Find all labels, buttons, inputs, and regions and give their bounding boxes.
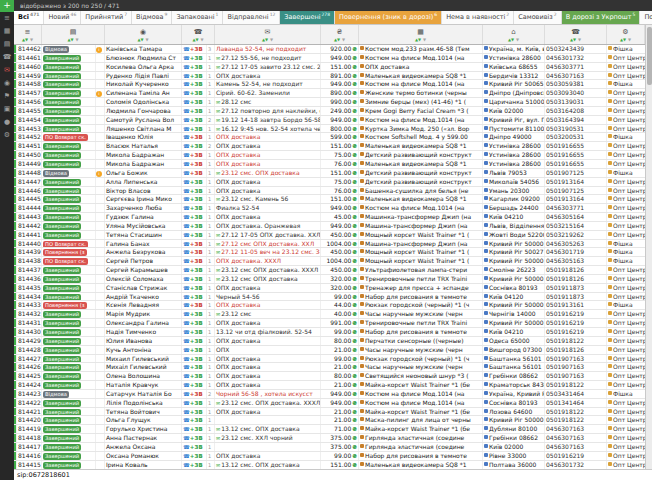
tab-refused[interactable]: Відмова9 — [132, 11, 172, 24]
order-id-link[interactable]: 814462 — [17, 45, 42, 53]
table-row[interactable]: 814420ЗавершенийОльга Глущук☎+ЗВ121.00₴М… — [14, 416, 645, 425]
sort-arrows-icon[interactable]: ▲▼ — [334, 37, 340, 42]
call-button[interactable]: ☎+ЗВ — [182, 284, 207, 292]
call-button[interactable]: ☎+ЗВ — [182, 125, 207, 133]
order-id-link[interactable]: 814433 — [17, 301, 42, 309]
call-button[interactable]: ☎+ЗВ — [182, 178, 207, 186]
order-id-link[interactable]: 814442 — [17, 222, 42, 230]
table-row[interactable]: 814423ВідмоваСатарчук Наталія Бо☎+ЗВ2Чор… — [14, 390, 645, 399]
table-row[interactable]: 814415ЗавершенийІрина Коваль☎+ЗВ1✉13.12 … — [14, 461, 645, 469]
call-button[interactable]: ☎+ЗВ — [182, 240, 207, 248]
order-id-link[interactable]: 814452 — [17, 133, 42, 141]
call-button[interactable]: ☎+ЗВ — [182, 248, 207, 256]
table-row[interactable]: 814443ЗавершенийГудзюк Галина☎+ЗВ1ОПХ до… — [14, 213, 645, 222]
call-button[interactable]: ☎+ЗВ — [182, 301, 207, 309]
order-id-link[interactable]: 814446 — [17, 187, 42, 195]
table-row[interactable]: 814457ЗавершенийiСиленана Таміла Ан☎+ЗВ1… — [14, 89, 645, 98]
order-id-link[interactable]: 814419 — [17, 425, 42, 433]
table-row[interactable]: 814427ЗавершенийМихаил Гилевський☎+ЗВ1ОП… — [14, 355, 645, 364]
order-id-link[interactable]: 814417 — [17, 443, 42, 451]
table-row[interactable]: 814445ЗавершенийСергєєва Ірина Мико☎+ЗВ1… — [14, 195, 645, 204]
order-id-link[interactable]: 814448 — [17, 169, 42, 177]
status-icon[interactable]: ● — [0, 116, 14, 129]
order-id-link[interactable]: 814443 — [17, 213, 42, 221]
table-row[interactable]: 814440ПО Возврат ск.Галина Банах☎+ЗВ1✉27… — [14, 240, 645, 249]
call-button[interactable]: ☎+ЗВ — [182, 363, 207, 371]
row-menu-column[interactable]: ≡▲▼▼ — [14, 25, 42, 44]
phone-column[interactable]: ☎▲▼▼ — [545, 25, 607, 44]
table-row[interactable]: 814453ЗавершенийЛяшенко Світлана М☎+ЗВ1✉… — [14, 125, 645, 134]
table-row[interactable]: 814436ЗавершенийОлексій Соломаха☎+ЗВ1✉23… — [14, 275, 645, 284]
order-id-link[interactable]: 814457 — [17, 89, 42, 97]
calls-icon[interactable]: ☎ — [0, 51, 14, 64]
table-row[interactable]: 814442ЗавершенийУляна Мусійовська☎+ЗВ1ОП… — [14, 222, 645, 231]
sort-arrows-icon[interactable]: ▲▼ — [67, 37, 73, 42]
call-button[interactable]: ☎+ЗВ — [182, 328, 207, 336]
order-id-link[interactable]: 814449 — [17, 160, 42, 168]
table-row[interactable]: 814448ВідмоваiОльга Божик☎+ЗВ1✉23.12 смс… — [14, 169, 645, 178]
table-row[interactable]: 814439Повернення (зАнжела Безрукова☎+ЗВ1… — [14, 248, 645, 257]
call-button[interactable]: ☎+ЗВ — [182, 89, 207, 97]
table-row[interactable]: 814446ЗавершенийВіктор Власов☎+ЗВ1ОПХ до… — [14, 187, 645, 196]
sort-arrows-icon[interactable]: ▲▼ — [620, 37, 626, 42]
call-button[interactable]: ☎+ЗВ — [182, 399, 207, 407]
sort-arrows-icon[interactable]: ▲▼ — [22, 37, 28, 42]
call-button[interactable]: ☎+ЗВ — [182, 443, 207, 451]
tab-accepted[interactable]: Прийнятий7 — [81, 11, 132, 24]
call-button[interactable]: ☎+ЗВ — [182, 213, 207, 221]
call-button[interactable]: ☎+ЗВ — [182, 72, 207, 80]
call-button[interactable]: ☎+ЗВ — [182, 160, 207, 168]
filter-funnel-icon[interactable]: ▼ — [30, 37, 33, 42]
order-id-link[interactable]: 814425 — [17, 372, 42, 380]
sort-arrows-icon[interactable]: ▲▼ — [508, 37, 514, 42]
table-row[interactable]: 814435ЗавершенийСтаніслав Стрижак☎+ЗВ1ОП… — [14, 284, 645, 293]
table-row[interactable]: 814431ЗавершенийОлександра Галина☎+ЗВ1ОП… — [14, 319, 645, 328]
payment-column[interactable]: ₴▲▼▼ — [321, 25, 359, 44]
table-row[interactable]: 814461ЗавершенийБлюзнюк Людмила Ст☎+ЗВ1✉… — [14, 54, 645, 63]
table-row[interactable]: 814424ЗавершенийНаталія Кравчук☎+ЗВ1ОПХ … — [14, 381, 645, 390]
filter-funnel-icon[interactable]: ▼ — [342, 37, 345, 42]
products-column[interactable]: ▦▲▼▼ — [359, 25, 483, 44]
order-id-link[interactable]: 814428 — [17, 346, 42, 354]
order-id-link[interactable]: 814426 — [17, 363, 42, 371]
table-row[interactable]: 814459ЗавершенийРуденко Лідія Павлі☎+ЗВ1… — [14, 72, 645, 81]
order-id-link[interactable]: 814460 — [17, 63, 42, 71]
call-button[interactable]: ☎+ЗВ — [182, 310, 207, 318]
order-id-link[interactable]: 814458 — [17, 80, 42, 88]
tab-ukrposhta[interactable]: В дорозі з Укрпошт5 — [562, 11, 641, 24]
tab-return-transit[interactable]: Повернення (зник в дорозі)6 — [335, 11, 442, 24]
order-id-link[interactable]: 814441 — [17, 231, 42, 239]
filter-funnel-icon[interactable]: ▼ — [516, 37, 519, 42]
tab-out-of-stock[interactable]: Нема в наявності2 — [442, 11, 514, 24]
table-row[interactable]: 814441ЗавершенийТетяна Стасишин☎+ЗВ1✉27.… — [14, 231, 645, 240]
tab-pickup[interactable]: Самовивіз2 — [514, 11, 561, 24]
order-id-link[interactable]: 814429 — [17, 337, 42, 345]
call-button[interactable]: ☎+ЗВ — [182, 319, 207, 327]
call-button[interactable]: ☎+ЗВ — [182, 195, 207, 203]
call-button[interactable]: ☎+ЗВ — [182, 293, 207, 301]
order-id-link[interactable]: 814437 — [17, 266, 42, 274]
sort-arrows-icon[interactable]: ▲▼ — [262, 37, 268, 42]
table-row[interactable]: 814456ЗавершенийСоломія Одолінська☎+ЗВ1✉… — [14, 98, 645, 107]
call-button[interactable]: ☎+ЗВ — [182, 461, 207, 469]
order-id-link[interactable]: 814427 — [17, 355, 42, 363]
call-button[interactable]: ☎+ЗВ — [182, 346, 207, 354]
table-row[interactable]: 814458ЗавершенийНиколай Кучеренко☎+ЗВ1Ка… — [14, 80, 645, 89]
filter-funnel-icon[interactable]: ▼ — [146, 37, 149, 42]
call-button[interactable]: ☎+ЗВ — [182, 434, 207, 442]
order-id-link[interactable]: 814424 — [17, 381, 42, 389]
table-row[interactable]: 814462ВідмоваiКанівська Тамара☎+ЗВ3Лаван… — [14, 45, 645, 54]
table-row[interactable]: 814422ЗавершенийЛілія Подолінська☎+ЗВ1✉2… — [14, 399, 645, 408]
table-row[interactable]: 814418ЗавершенийАнна Пастернак☎+ЗВ1✉23.1… — [14, 434, 645, 443]
sort-arrows-icon[interactable]: ▲▼ — [415, 37, 421, 42]
call-button[interactable]: ☎+ЗВ — [182, 107, 207, 115]
tab-more[interactable]: Повн — [640, 11, 652, 24]
reports-icon[interactable]: ▣ — [0, 103, 14, 116]
call-button[interactable]: ☎+ЗВ — [182, 231, 207, 239]
order-id-link[interactable]: 814418 — [17, 434, 42, 442]
order-id-link[interactable]: 814451 — [17, 142, 42, 150]
table-row[interactable]: 814429ЗавершенийЮлия Иванова☎+ЗВ1ОПХ дос… — [14, 337, 645, 346]
table-row[interactable]: 814437ЗавершенийСергей Карамышев☎+ЗВ1✉23… — [14, 266, 645, 275]
flag-icon[interactable]: ⚑ — [0, 90, 14, 103]
sort-arrows-icon[interactable]: ▲▼ — [192, 37, 198, 42]
